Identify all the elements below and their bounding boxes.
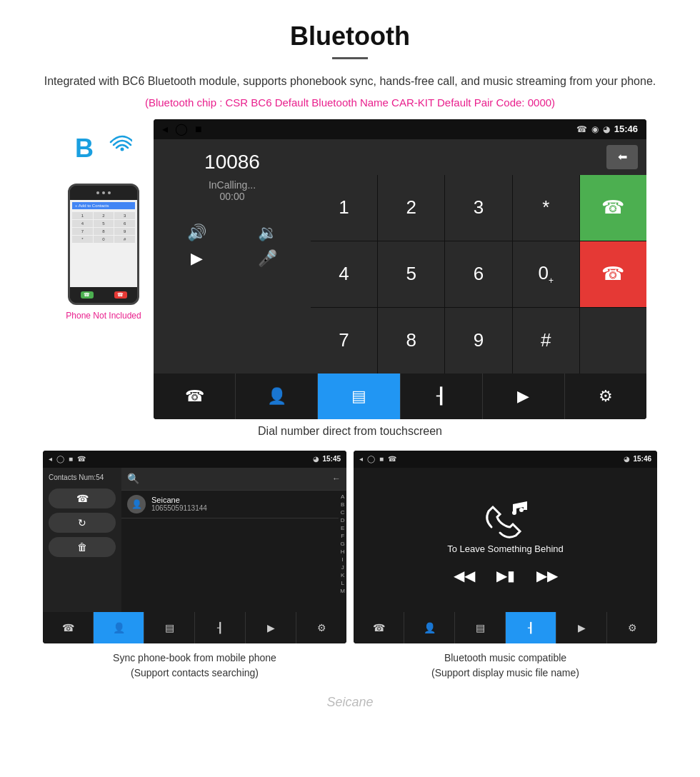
dial-keypad-grid: 1 2 3 * ☎ 4 5 6 0+ ☎ 7 8 9 # [311,175,646,374]
pb-bottom-bluetooth-btn[interactable]: ┨ [195,612,246,643]
main-screen-container: B + Add to Contacts 123 456 [0,119,700,419]
pb-contact-item[interactable]: 👤 Seicane 10655059113144 [121,491,339,518]
music-next-btn[interactable]: ▶▶ [536,567,558,584]
dial-key-3[interactable]: 3 [445,175,511,241]
pb-left-panel: Contacts Num:54 ☎ ↻ 🗑 [43,468,121,612]
music-bottom-call-btn[interactable]: ☎ [354,612,404,643]
svg-point-0 [121,147,124,151]
music-status-right: ◕ 15:46 [624,455,651,463]
music-caption: Bluetooth music compatible (Support disp… [354,651,657,681]
pb-status-left: ◂ ◯ ■ ☎ [49,455,86,463]
pb-call-btn[interactable]: ☎ [49,488,116,508]
pb-delete-btn[interactable]: 🗑 [49,537,116,557]
dial-key-9[interactable]: 9 [445,308,511,374]
dial-key-end[interactable]: ☎ [580,241,646,307]
dial-bottom-phone-btn[interactable]: ▶ [483,374,565,419]
bluetooth-icon-area: B [75,134,132,176]
dial-screen: ◂ ◯ ■ ☎ ◉ ◕ 15:46 10086 InCalling... 00:… [154,119,646,419]
music-bottom-keypad-btn[interactable]: ▤ [455,612,506,643]
pb-sync-btn[interactable]: ↻ [49,513,116,533]
music-home-icon: ◯ [367,455,375,463]
recents-nav-icon: ■ [195,123,202,136]
dial-key-7[interactable]: 7 [311,308,377,374]
home-nav-icon: ◯ [175,122,188,136]
location-icon: ◉ [591,124,599,134]
music-controls: ◀◀ ▶▮ ▶▶ [454,567,558,584]
svg-point-1 [512,511,516,515]
pb-bottom-keypad-btn[interactable]: ▤ [144,612,195,643]
music-screen: ◂ ◯ ■ ☎ ◕ 15:46 To Leave [354,451,657,643]
music-time: 15:46 [633,455,651,463]
pb-bottom-settings-btn[interactable]: ⚙ [296,612,346,643]
specs-line: (Bluetooth chip : CSR BC6 Default Blueto… [43,96,657,109]
backspace-button[interactable]: ⬅ [606,145,638,169]
dial-number-display: 10086 [165,151,299,174]
phonebook-screen: ◂ ◯ ■ ☎ ◕ 15:45 Contacts Num:54 ☎ ↻ 🗑 🔍 [43,451,346,643]
dial-key-4[interactable]: 4 [311,241,377,307]
pb-search-input[interactable] [144,473,328,483]
dial-time: 15:46 [614,124,638,134]
watermark-text: Seicane [326,695,373,709]
music-caption-line1: Bluetooth music compatible [444,652,566,663]
music-phone-music-icon [477,491,534,541]
dial-key-2[interactable]: 2 [378,175,444,241]
dial-volume-controls: 🔊 🔉 ▶ 🎤 [165,224,299,268]
music-content: To Leave Something Behind ◀◀ ▶▮ ▶▶ [354,468,657,612]
dial-bottom-settings-btn[interactable]: ⚙ [565,374,646,419]
microphone-icon[interactable]: 🎤 [236,249,299,268]
volume-up-icon[interactable]: 🔊 [165,224,229,242]
pb-caption: Sync phone-book from mobile phone (Suppo… [43,651,346,681]
pb-contact-number: 10655059113144 [151,504,333,512]
dial-bottom-contacts-btn[interactable]: 👤 [236,374,318,419]
dial-status-right-icons: ☎ ◉ ◕ 15:46 [576,124,638,134]
dial-bottom-call-btn[interactable]: ☎ [154,374,236,419]
dial-key-8[interactable]: 8 [378,308,444,374]
transfer-call-icon[interactable]: ▶ [165,249,229,268]
dial-input-row: ⬅ [311,139,646,175]
dial-bottom-bluetooth-btn[interactable]: ┨ [401,374,483,419]
dial-key-call[interactable]: ☎ [580,175,646,241]
small-phone-bottom: ☎ ☎ [70,287,137,303]
pb-bottom-phone-btn[interactable]: ▶ [246,612,296,643]
dial-key-0plus[interactable]: 0+ [513,241,579,307]
dial-key-hash[interactable]: # [513,308,579,374]
signal-waves-icon [109,134,132,166]
dial-bottom-keypad-btn[interactable]: ▤ [318,374,400,419]
music-prev-btn[interactable]: ◀◀ [454,567,475,584]
header-description: Integrated with BC6 Bluetooth module, su… [43,72,657,91]
dial-key-1[interactable]: 1 [311,175,377,241]
pb-search-bar: 🔍 ← [121,468,346,491]
dial-calling-time: 00:00 [165,191,299,202]
pb-caption-line1: Sync phone-book from mobile phone [113,652,276,663]
music-art-icon [477,495,534,538]
music-bottom-settings-btn[interactable]: ⚙ [607,612,657,643]
music-bottom-contacts-btn[interactable]: 👤 [404,612,455,643]
music-signal-icon: ☎ [388,455,396,463]
volume-down-icon[interactable]: 🔉 [236,224,299,242]
music-bottom-phone-btn[interactable]: ▶ [556,612,607,643]
pb-caption-line2: (Support contacts searching) [131,667,259,678]
dial-bottom-bar: ☎ 👤 ▤ ┨ ▶ ⚙ [154,374,646,419]
dial-key-empty [580,308,646,374]
music-caption-line2: (Support display music file name) [431,667,579,678]
dial-key-5[interactable]: 5 [378,241,444,307]
music-play-pause-btn[interactable]: ▶▮ [496,567,515,584]
music-bottom-bar: ☎ 👤 ▤ ┨ ▶ ⚙ [354,612,657,643]
dial-key-6[interactable]: 6 [445,241,511,307]
pb-recents-icon: ■ [69,455,73,463]
music-wifi-icon: ◕ [624,455,630,463]
pb-search-icon: 🔍 [127,473,139,484]
music-bottom-bluetooth-btn[interactable]: ┨ [506,612,556,643]
title-underline [332,57,368,59]
svg-point-2 [519,508,524,512]
pb-bottom-contacts-btn[interactable]: 👤 [94,612,144,643]
dial-key-star[interactable]: * [513,175,579,241]
pb-wifi-icon: ◕ [313,455,319,463]
music-status-bar: ◂ ◯ ■ ☎ ◕ 15:46 [354,451,657,468]
dial-left-panel: 10086 InCalling... 00:00 🔊 🔉 ▶ 🎤 [154,139,311,374]
pb-bottom-call-btn[interactable]: ☎ [43,612,94,643]
pb-contact-info: Seicane 10655059113144 [151,496,333,512]
pb-signal-icon: ☎ [77,455,86,463]
wifi-icon: ◕ [603,124,610,134]
back-nav-icon: ◂ [162,122,168,136]
